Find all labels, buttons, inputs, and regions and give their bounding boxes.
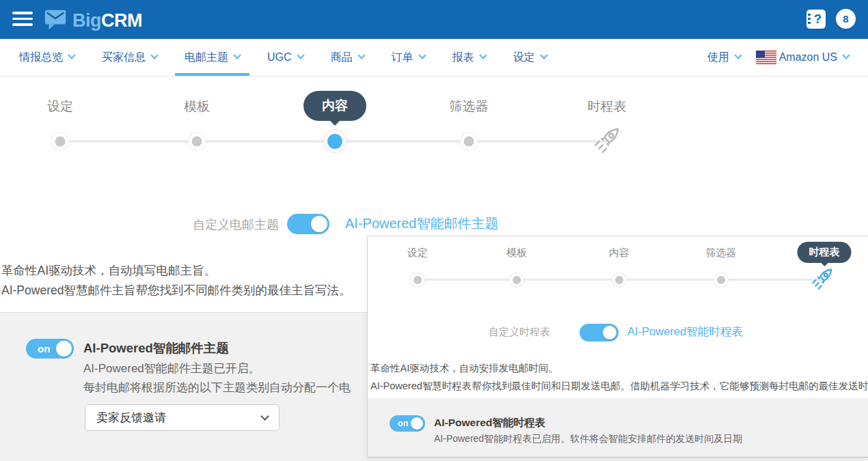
chevron-down-icon (297, 51, 304, 59)
ai-schedule-panel-title: AI-Powered智能时程表 (434, 416, 545, 430)
chevron-down-icon (233, 51, 241, 59)
bigcrm-app: BigCRM ? 8 情报总览 买家信息 电邮主题 UGC 商品 订单 报表 设… (0, 0, 868, 461)
chevron-down-icon (150, 51, 158, 59)
main-nav: 情报总览 买家信息 电邮主题 UGC 商品 订单 报表 设定 使用 Amazon… (0, 39, 868, 76)
chevron-down-icon (479, 51, 487, 59)
o-step-dot-filter[interactable] (717, 276, 725, 284)
nav-item-usage[interactable]: 使用 (707, 39, 741, 76)
ai-schedule-link[interactable]: AI-Powered智能时程表 (627, 324, 743, 339)
brand-name: BigCRM (72, 10, 142, 31)
app-header: BigCRM ? 8 (0, 0, 868, 39)
step-filter[interactable]: 筛选器 (450, 98, 489, 115)
help-icon[interactable]: ? (806, 10, 826, 29)
chevron-down-icon (260, 412, 269, 421)
o-step-settings[interactable]: 设定 (407, 247, 428, 260)
nav-item-settings[interactable]: 设定 (513, 39, 547, 76)
o-step-dot-settings[interactable] (413, 276, 422, 284)
chevron-down-icon (357, 51, 365, 59)
custom-subject-toggle[interactable] (287, 214, 329, 234)
chevron-down-icon (418, 51, 426, 59)
o-step-template[interactable]: 模板 (506, 247, 527, 260)
description-line: AI-Powered智慧时程表帮你找到最佳时间和日期发送电邮。借助机器学习技术，… (370, 380, 868, 393)
topic-category-select[interactable]: 卖家反馈邀请 (85, 404, 280, 431)
ai-subject-on-toggle[interactable]: on (26, 339, 74, 359)
ai-schedule-status-text: AI-Powered智能时程表已启用。软件将会智能安排邮件的发送时间及日期 (434, 433, 742, 445)
chevron-down-icon (540, 51, 547, 59)
step-dot-filter[interactable] (464, 137, 474, 147)
nav-item-buyers[interactable]: 买家信息 (102, 39, 157, 76)
description-line: 革命性AI驱动技术，自动安排发电邮时间。 (370, 362, 558, 375)
nav-item-products[interactable]: 商品 (331, 39, 364, 76)
step-schedule[interactable]: 时程表 (588, 98, 627, 115)
selected-option-label: 卖家反馈邀请 (96, 410, 166, 425)
nav-item-intel[interactable]: 情报总览 (19, 39, 74, 76)
toggle-on-label: on (38, 343, 50, 354)
nav-right: 使用 Amazon US (707, 39, 849, 76)
rocket-icon[interactable] (809, 266, 835, 294)
custom-schedule-toggle[interactable] (580, 324, 619, 341)
chevron-down-icon (734, 51, 742, 59)
toggle-knob (411, 417, 423, 430)
brand-logo[interactable]: BigCRM (42, 7, 142, 34)
description-line: 革命性AI驱动技术，自动填写电邮主旨。 (1, 262, 216, 279)
step-dot-content-active[interactable] (327, 134, 342, 149)
nav-item-orders[interactable]: 订单 (392, 39, 425, 76)
toggle-knob (311, 216, 327, 232)
custom-schedule-label: 自定义时程表 (489, 326, 550, 339)
ai-subject-detail-text: 每封电邮将根据所选的以下主题类别自动分配一个电 (83, 380, 351, 395)
schedule-overlay-panel: 设定 模板 内容 筛选器 时程表 自定义时程表 AI-Powered智能时程表 … (367, 236, 868, 458)
step-settings[interactable]: 设定 (47, 98, 73, 115)
marketplace-selector[interactable]: Amazon US (756, 39, 849, 76)
o-step-content[interactable]: 内容 (609, 247, 629, 260)
step-dot-settings[interactable] (55, 137, 66, 147)
ai-subject-panel-title: AI-Powered智能邮件主题 (83, 339, 229, 357)
chevron-down-icon (842, 51, 850, 59)
ai-subject-status-text: AI-Powered智能邮件主题已开启。 (83, 361, 260, 376)
nav-left: 情报总览 买家信息 电邮主题 UGC 商品 订单 报表 设定 (19, 39, 547, 76)
notification-badge[interactable]: 8 (836, 9, 856, 29)
o-step-filter[interactable]: 筛选器 (706, 247, 737, 260)
ai-schedule-on-toggle[interactable]: on (390, 415, 425, 432)
description-line: AI-Powered智慧邮件主旨帮您找到不同邮件类别的最佳主旨写法。 (1, 282, 351, 298)
us-flag-icon (756, 51, 776, 64)
step-template[interactable]: 模板 (184, 98, 210, 115)
custom-subject-label: 自定义电邮主题 (193, 216, 279, 233)
nav-item-reports[interactable]: 报表 (452, 39, 486, 76)
o-step-dot-content[interactable] (615, 276, 623, 284)
o-step-schedule-active[interactable]: 时程表 (798, 242, 852, 263)
ai-schedule-panel: on AI-Powered智能时程表 AI-Powered智能时程表已启用。软件… (368, 398, 868, 457)
toggle-on-label: on (398, 419, 408, 428)
toggle-knob (603, 326, 616, 339)
envelope-logo-icon (42, 7, 68, 34)
step-content-active[interactable]: 内容 (303, 91, 366, 121)
chevron-down-icon (68, 51, 75, 59)
o-step-dot-template[interactable] (513, 276, 521, 284)
ai-subject-link[interactable]: AI-Powered智能邮件主题 (345, 214, 499, 233)
nav-item-ugc[interactable]: UGC (267, 39, 303, 76)
toggle-knob (56, 341, 72, 357)
nav-item-email-topics[interactable]: 电邮主题 (185, 39, 240, 76)
step-dot-template[interactable] (192, 137, 202, 147)
hamburger-icon[interactable] (12, 12, 33, 27)
rocket-icon[interactable] (591, 124, 623, 158)
